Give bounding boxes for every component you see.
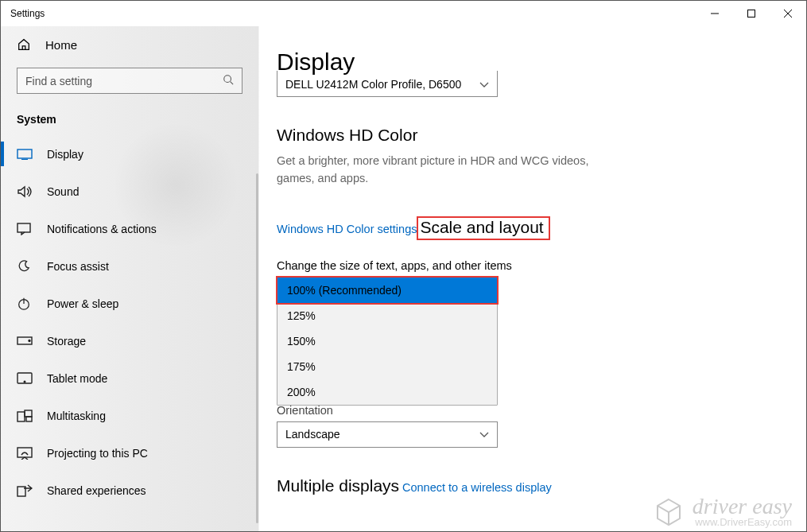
tablet-icon bbox=[17, 371, 33, 386]
hd-color-heading: Windows HD Color bbox=[277, 126, 417, 145]
orientation-label-partial: Orientation bbox=[277, 404, 333, 417]
scale-option-175[interactable]: 175% bbox=[277, 354, 497, 379]
sidebar-item-shared[interactable]: Shared experiences bbox=[1, 472, 258, 509]
sidebar-item-power[interactable]: Power & sleep bbox=[1, 285, 258, 322]
sidebar-item-label: Multitasking bbox=[47, 410, 106, 422]
orientation-dropdown[interactable]: Landscape bbox=[277, 421, 498, 448]
scale-option-150[interactable]: 150% bbox=[277, 328, 497, 354]
sidebar-item-label: Focus assist bbox=[47, 260, 109, 273]
sidebar-item-display[interactable]: Display bbox=[1, 135, 258, 173]
sidebar-item-tablet[interactable]: Tablet mode bbox=[1, 359, 258, 397]
main-content: Display DELL U2412M Color Profile, D6500… bbox=[259, 26, 806, 532]
storage-icon bbox=[17, 334, 33, 348]
sidebar-item-projecting[interactable]: Projecting to this PC bbox=[1, 434, 258, 472]
multiple-displays-heading: Multiple displays bbox=[277, 476, 399, 495]
window-title: Settings bbox=[10, 8, 45, 19]
watermark: driver easy www.DriverEasy.com bbox=[653, 496, 792, 528]
sidebar-item-label: Tablet mode bbox=[47, 372, 107, 385]
search-input[interactable]: Find a setting bbox=[17, 68, 242, 94]
svg-rect-15 bbox=[17, 412, 25, 421]
sidebar-item-label: Notifications & actions bbox=[47, 223, 157, 235]
watermark-url: www.DriverEasy.com bbox=[693, 516, 792, 528]
sidebar: Home Find a setting System Display Sound… bbox=[1, 26, 259, 532]
notifications-icon bbox=[17, 222, 33, 236]
home-label: Home bbox=[45, 38, 77, 52]
titlebar: Settings bbox=[1, 1, 806, 26]
svg-rect-8 bbox=[17, 223, 30, 232]
scale-option-125[interactable]: 125% bbox=[277, 303, 497, 328]
sidebar-item-label: Projecting to this PC bbox=[47, 447, 148, 460]
sidebar-item-multitasking[interactable]: Multitasking bbox=[1, 397, 258, 434]
orientation-value: Landscape bbox=[285, 428, 340, 441]
sidebar-item-sound[interactable]: Sound bbox=[1, 173, 258, 210]
maximize-button[interactable] bbox=[733, 1, 770, 26]
projecting-icon bbox=[17, 446, 33, 460]
sound-icon bbox=[17, 184, 33, 199]
display-icon bbox=[17, 147, 33, 161]
svg-point-14 bbox=[24, 381, 25, 382]
home-icon bbox=[17, 37, 31, 52]
multitasking-icon bbox=[17, 409, 33, 423]
sidebar-item-label: Shared experiences bbox=[47, 484, 146, 497]
svg-rect-6 bbox=[17, 150, 32, 158]
scale-layout-heading: Scale and layout bbox=[417, 216, 549, 240]
sidebar-item-label: Display bbox=[47, 148, 83, 161]
scale-option-200[interactable]: 200% bbox=[277, 379, 497, 405]
nav-list: Display Sound Notifications & actions Fo… bbox=[1, 135, 258, 509]
svg-point-4 bbox=[224, 76, 231, 83]
scale-option-100[interactable]: 100% (Recommended) bbox=[277, 278, 497, 303]
watermark-brand: driver easy bbox=[693, 496, 792, 516]
sidebar-item-focus-assist[interactable]: Focus assist bbox=[1, 247, 258, 285]
scale-label: Change the size of text, apps, and other… bbox=[277, 259, 806, 272]
svg-rect-1 bbox=[748, 10, 755, 17]
sidebar-scrollbar[interactable] bbox=[256, 173, 258, 523]
watermark-cube-icon bbox=[653, 496, 685, 528]
minimize-button[interactable] bbox=[696, 1, 733, 26]
power-icon bbox=[17, 297, 33, 311]
close-button[interactable] bbox=[770, 1, 806, 26]
color-profile-value: DELL U2412M Color Profile, D6500 bbox=[285, 78, 461, 91]
wireless-display-link[interactable]: Connect to a wireless display bbox=[402, 481, 552, 494]
hd-color-desc: Get a brighter, more vibrant picture in … bbox=[277, 153, 619, 188]
svg-rect-17 bbox=[26, 417, 32, 421]
sidebar-item-label: Sound bbox=[47, 185, 79, 198]
hd-color-link[interactable]: Windows HD Color settings bbox=[277, 223, 417, 235]
shared-icon bbox=[17, 483, 33, 498]
svg-rect-16 bbox=[25, 410, 32, 417]
sidebar-item-label: Power & sleep bbox=[47, 297, 118, 310]
chevron-down-icon bbox=[479, 78, 489, 91]
sidebar-item-notifications[interactable]: Notifications & actions bbox=[1, 210, 258, 247]
home-nav[interactable]: Home bbox=[1, 31, 258, 58]
sidebar-item-storage[interactable]: Storage bbox=[1, 322, 258, 359]
svg-line-5 bbox=[231, 82, 234, 85]
chevron-down-icon bbox=[479, 428, 489, 441]
category-heading: System bbox=[1, 94, 258, 135]
search-icon bbox=[223, 74, 234, 87]
search-placeholder: Find a setting bbox=[25, 75, 92, 87]
sidebar-item-label: Storage bbox=[47, 335, 86, 348]
focus-assist-icon bbox=[17, 259, 33, 274]
scale-dropdown-open[interactable]: 100% (Recommended) 125% 150% 175% 200% bbox=[277, 277, 498, 406]
svg-point-12 bbox=[29, 340, 30, 341]
